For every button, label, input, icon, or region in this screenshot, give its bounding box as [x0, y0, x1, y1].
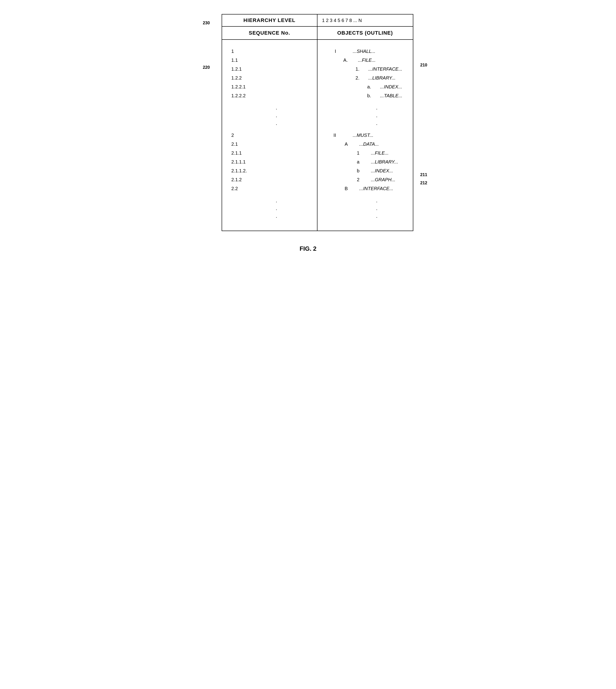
obj-label-a: a. — [362, 82, 371, 91]
obj-text-12: ...FILE... — [363, 149, 389, 157]
obj-text-a: ...INDEX... — [375, 82, 402, 91]
seq-item-2-2: 2.2 — [232, 184, 308, 193]
figure-caption: FIG. 2 — [203, 245, 413, 252]
obj-dot-2: . — [376, 111, 377, 119]
obj-section-2: II ...MUST... A ...DATA... 1 . — [327, 131, 408, 193]
obj-text-a2: ...LIBRARY... — [363, 157, 398, 166]
ref-label-210: 210 — [420, 63, 427, 68]
obj-label-I: I — [327, 47, 336, 56]
obj-item-22: 2 ...GRAPH... — [327, 175, 408, 184]
obj-text-A2: ...DATA... — [352, 139, 379, 149]
seq-item-2-1-1-2: 2.1.1.2. — [232, 166, 308, 175]
obj-text-B: ...INTERFACE... — [352, 184, 393, 193]
obj-label-2: 2. — [350, 73, 359, 82]
seq-item-2-1-1-1: 2.1.1.1 — [232, 157, 308, 166]
obj-text-A: ...FILE... — [352, 56, 376, 65]
obj-text-II: ...MUST... — [340, 131, 374, 139]
obj-section-1: I ...SHALL... A. ...FILE... 1. .. — [327, 47, 408, 100]
dot-6: . — [276, 212, 277, 220]
seq-section-2: 2 2.1 2.1.1 2.1.1.1 2.1.1.2. 2.1.2 2.2 — [232, 131, 308, 193]
obj-item-a: a. ...INDEX... — [327, 82, 408, 91]
main-table: HIERARCHY LEVEL 1 2 3 4 5 6 7 8 ... N SE… — [222, 14, 413, 231]
obj-item-b2: b ...INDEX... — [327, 166, 408, 175]
dot-3: . — [276, 119, 277, 127]
obj-item-A: A. ...FILE... — [327, 56, 408, 65]
seq-item-1-2-2: 1.2.2 — [232, 73, 308, 82]
dot-2: . — [276, 111, 277, 119]
page-container: 230 220 210 211 212 HIERARCHY LEVEL 1 2 … — [203, 9, 413, 252]
seq-dots-1: . . . — [245, 104, 308, 127]
obj-text-b: ...TABLE... — [375, 91, 402, 100]
obj-label-22: 2 — [350, 175, 359, 184]
obj-dots-1: . . . — [346, 104, 408, 127]
hierarchy-header: HIERARCHY LEVEL 1 2 3 4 5 6 7 8 ... N — [222, 15, 413, 27]
hierarchy-title-cell: HIERARCHY LEVEL — [222, 15, 317, 26]
sequence-column-header: SEQUENCE No. — [222, 27, 317, 39]
seq-item-1-1: 1.1 — [232, 56, 308, 65]
seq-item-2-1: 2.1 — [232, 139, 308, 149]
hierarchy-numbers-cell: 1 2 3 4 5 6 7 8 ... N — [317, 15, 413, 26]
diagram-wrapper: 230 220 210 211 212 HIERARCHY LEVEL 1 2 … — [203, 14, 413, 231]
obj-text-2: ...LIBRARY... — [363, 73, 396, 82]
ref-label-220: 220 — [203, 65, 210, 70]
obj-label-b2: b — [350, 166, 359, 175]
seq-item-2-1-2: 2.1.2 — [232, 175, 308, 184]
obj-dot-4: . — [376, 197, 377, 204]
obj-item-A2: A ...DATA... — [327, 139, 408, 149]
seq-item-1-2-1: 1.2.1 — [232, 65, 308, 73]
obj-label-a2: a — [350, 157, 359, 166]
seq-item-1-2-2-1: 1.2.2.1 — [232, 82, 308, 91]
seq-item-1-2-2-2: 1.2.2.2 — [232, 91, 308, 100]
obj-item-a2: a ...LIBRARY... — [327, 157, 408, 166]
obj-label-A: A. — [338, 56, 348, 65]
obj-item-B: B ...INTERFACE... — [327, 184, 408, 193]
ref-label-212: 212 — [420, 180, 427, 186]
obj-item-b: b. ...TABLE... — [327, 91, 408, 100]
obj-dots-2: . . . — [346, 197, 408, 220]
seq-dots-2: . . . — [245, 197, 308, 220]
obj-item-II: II ...MUST... — [327, 131, 408, 139]
data-content-row: 1 1.1 1.2.1 1.2.2 1.2.2.1 1.2.2.2 . . . — [222, 40, 413, 231]
obj-label-12: 1 — [350, 149, 359, 157]
obj-text-I: ...SHALL... — [340, 47, 375, 56]
seq-item-1: 1 — [232, 47, 308, 56]
column-headers: SEQUENCE No. OBJECTS (OUTLINE) — [222, 27, 413, 40]
obj-text-22: ...GRAPH... — [363, 175, 396, 184]
obj-label-A2: A — [338, 139, 348, 149]
ref-label-230: 230 — [203, 21, 210, 25]
dot-5: . — [276, 204, 277, 212]
seq-section-1: 1 1.1 1.2.1 1.2.2 1.2.2.1 1.2.2.2 — [232, 47, 308, 100]
objects-column-header: OBJECTS (OUTLINE) — [317, 27, 413, 39]
obj-item-I: I ...SHALL... — [327, 47, 408, 56]
obj-dot-3: . — [376, 119, 377, 127]
obj-label-II: II — [327, 131, 336, 139]
obj-label-b: b. — [362, 91, 371, 100]
ref-label-211: 211 — [420, 172, 427, 177]
obj-item-12: 1 ...FILE... — [327, 149, 408, 157]
dot-4: . — [276, 197, 277, 204]
seq-item-2-1-1: 2.1.1 — [232, 149, 308, 157]
seq-item-2: 2 — [232, 131, 308, 139]
obj-text-1: ...INTERFACE... — [363, 65, 402, 73]
obj-label-B: B — [338, 184, 348, 193]
sequence-column: 1 1.1 1.2.1 1.2.2 1.2.2.1 1.2.2.2 . . . — [222, 40, 317, 231]
obj-item-1: 1. ...INTERFACE... — [327, 65, 408, 73]
obj-dot-5: . — [376, 204, 377, 212]
obj-text-b2: ...INDEX... — [363, 166, 393, 175]
obj-dot-6: . — [376, 212, 377, 220]
obj-dot-1: . — [376, 104, 377, 111]
obj-label-1: 1. — [350, 65, 359, 73]
obj-item-2: 2. ...LIBRARY... — [327, 73, 408, 82]
dot-1: . — [276, 104, 277, 111]
objects-column: I ...SHALL... A. ...FILE... 1. .. — [317, 40, 413, 231]
